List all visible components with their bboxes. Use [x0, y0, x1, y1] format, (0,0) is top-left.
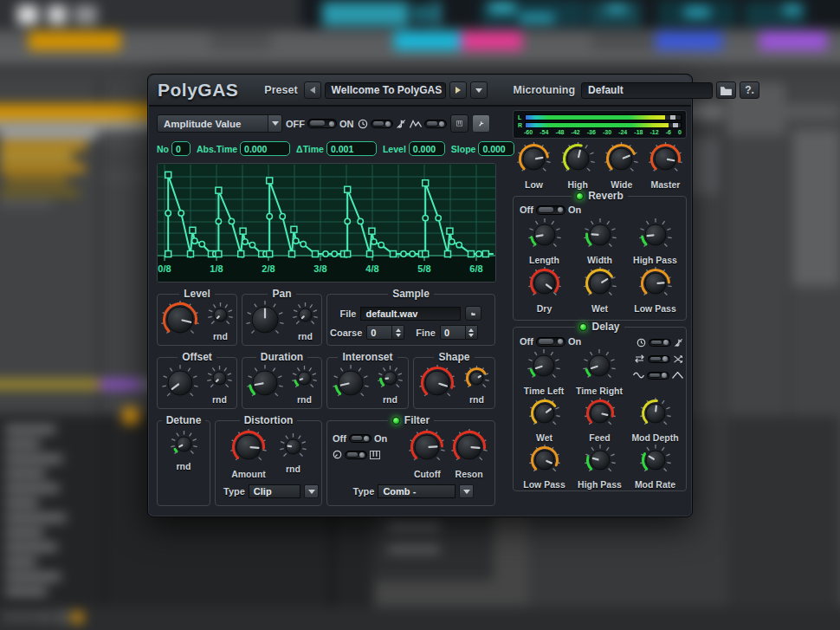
level-knob[interactable] — [160, 300, 200, 343]
filter-type-field[interactable]: Comb - — [378, 484, 456, 498]
curve-slider[interactable] — [424, 120, 447, 128]
delay-onoff-toggle[interactable]: Off On — [520, 334, 627, 348]
sync-slider[interactable] — [371, 120, 393, 128]
delay-knob-time-left[interactable] — [527, 348, 561, 386]
help-button[interactable]: ?. — [740, 81, 759, 99]
interonset-knob[interactable] — [332, 364, 370, 406]
dropdown-arrow-icon — [463, 490, 470, 494]
delay-knob-mod-rate[interactable] — [639, 444, 672, 480]
delay-knob-time-right[interactable] — [582, 348, 617, 386]
offset-rnd-knob[interactable] — [206, 365, 233, 395]
microtuning-folder-button[interactable] — [716, 81, 736, 99]
offset-knob[interactable] — [161, 364, 199, 406]
filter-cutoff-knob[interactable] — [408, 428, 446, 470]
param-value-box[interactable]: 0.000 — [478, 141, 514, 156]
distortion-type-field[interactable]: Clip — [249, 484, 300, 498]
dropdown-arrow-icon[interactable] — [268, 115, 281, 132]
delay-knob-feed[interactable] — [584, 397, 617, 433]
delay-onoff-slider[interactable] — [536, 337, 565, 347]
plugin-logo: PolyGAS — [158, 80, 238, 101]
duration-rnd-knob[interactable] — [291, 365, 318, 395]
svg-text:2/8: 2/8 — [262, 263, 275, 274]
coarse-spinner-arrows[interactable] — [392, 325, 404, 340]
delay-pingpong-slider[interactable] — [648, 355, 670, 363]
screen: PolyGAS Preset Wellcome To PolyGAS Micro… — [0, 0, 840, 630]
interonset-rnd-knob[interactable] — [377, 365, 404, 395]
param-value-box[interactable]: 0.000 — [240, 141, 290, 156]
envelope-sync-toggle[interactable] — [358, 119, 406, 129]
master-knob-wide[interactable] — [604, 141, 639, 180]
preset-dropdown-button[interactable] — [470, 81, 488, 99]
svg-text:1/8: 1/8 — [210, 263, 223, 274]
param-value-box[interactable]: 0 — [171, 141, 191, 156]
envelope-curve-toggle[interactable] — [410, 120, 447, 128]
file-label: File — [340, 309, 357, 319]
reverb-knob-width[interactable] — [583, 218, 617, 256]
reverb-onoff-slider[interactable] — [536, 205, 565, 215]
shape-knob[interactable] — [418, 364, 456, 406]
preset-next-button[interactable] — [449, 81, 467, 99]
reverb-knob-low-pass[interactable] — [638, 266, 673, 304]
spin-up-icon — [468, 328, 474, 332]
preset-prev-button[interactable] — [304, 81, 321, 99]
filter-type-dropdown-button[interactable] — [459, 484, 474, 498]
master-knob-low[interactable] — [516, 141, 552, 180]
detune-rnd-knob[interactable] — [170, 430, 198, 462]
reverb-onoff-toggle[interactable]: Off On — [520, 203, 683, 217]
prev-arrow-icon — [310, 87, 315, 94]
meter-bar-left — [525, 114, 682, 120]
distortion-type-dropdown-button[interactable] — [304, 484, 319, 498]
delay-knob-high-pass[interactable] — [584, 444, 617, 480]
reverb-knob-wet[interactable] — [583, 266, 617, 304]
sample-folder-button[interactable] — [465, 306, 481, 321]
param-value-box[interactable]: 0.000 — [409, 141, 445, 156]
param-value-box[interactable]: 0.001 — [326, 141, 377, 156]
swap-arrows-icon — [634, 354, 645, 363]
reverb-knob-high-pass[interactable] — [638, 218, 673, 256]
distortion-amount-knob[interactable] — [229, 428, 268, 470]
master-knob-master[interactable] — [648, 141, 683, 180]
coarse-spinner[interactable]: 0 — [366, 325, 404, 340]
duration-knob[interactable] — [246, 364, 284, 406]
distortion-rnd-knob[interactable] — [279, 432, 307, 464]
level-rnd-knob[interactable] — [207, 302, 234, 332]
reverb-knob-length[interactable] — [527, 218, 562, 256]
delay-knob-low-pass[interactable] — [528, 444, 561, 480]
delay-knob-mod-depth[interactable] — [639, 397, 672, 433]
filter-onoff-slider[interactable] — [349, 434, 372, 443]
envelope-onoff-toggle[interactable]: OFF ON — [286, 119, 354, 129]
sample-file-field[interactable]: default.wav — [360, 307, 461, 321]
delay-modwave-slider[interactable] — [647, 372, 669, 380]
filter-mode-toggle[interactable] — [333, 450, 404, 459]
reverb-knob-width-label: Width — [587, 255, 612, 265]
param-field-slope: Slope0.000 — [451, 141, 515, 156]
filter-reson-knob[interactable] — [450, 428, 488, 470]
preset-field[interactable]: Wellcome To PolyGAS — [325, 82, 446, 99]
microtuning-field[interactable]: Default — [581, 82, 713, 99]
delay-knob-wet[interactable] — [528, 397, 561, 433]
envelope-target-dropdown[interactable]: Amplitude Value — [157, 114, 282, 133]
delay-sync-toggle[interactable] — [636, 334, 683, 350]
delay-sync-slider[interactable] — [649, 339, 671, 347]
filter-mode-slider[interactable] — [345, 451, 367, 459]
edit-tool-button[interactable] — [472, 114, 490, 133]
delay-pingpong-toggle[interactable] — [634, 351, 683, 367]
pan-knob[interactable] — [245, 300, 285, 343]
master-knob-master-label: Master — [651, 179, 681, 190]
delay-modwave-toggle[interactable] — [633, 367, 683, 383]
shape-rnd-knob[interactable] — [463, 365, 490, 395]
piano-grid-button[interactable] — [450, 114, 468, 133]
reverb-knob-dry[interactable] — [527, 266, 562, 304]
fine-spinner-arrows[interactable] — [466, 325, 478, 340]
delay-led — [579, 323, 587, 331]
filter-on-label: On — [374, 433, 387, 444]
duration-title: Duration — [261, 351, 303, 363]
envelope-off-label: OFF — [286, 119, 305, 129]
envelope-curve-icon — [410, 120, 422, 128]
fine-spinner[interactable]: 0 — [440, 325, 478, 340]
envelope-graph[interactable]: 0/81/82/83/84/85/86/8 — [157, 163, 496, 283]
filter-onoff-toggle[interactable]: Off On — [333, 433, 404, 444]
envelope-onoff-slider[interactable] — [307, 119, 337, 128]
pan-rnd-knob[interactable] — [292, 302, 319, 332]
master-knob-high[interactable] — [560, 141, 596, 180]
